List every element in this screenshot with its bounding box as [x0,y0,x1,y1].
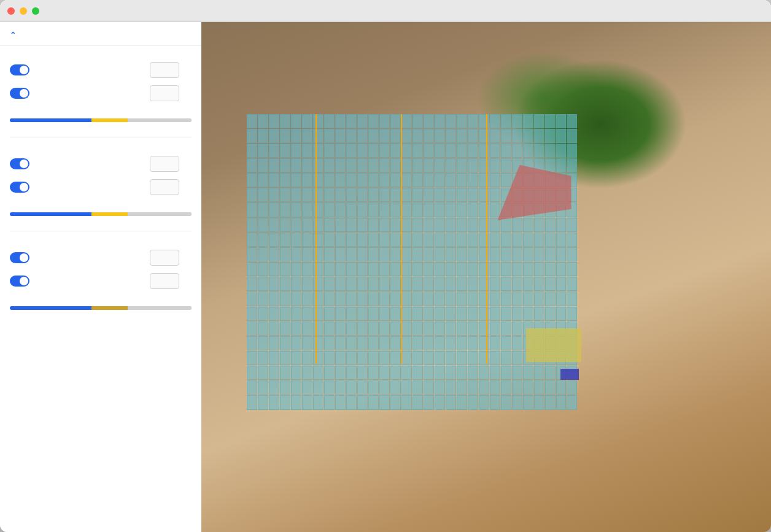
minimize-button[interactable] [20,7,27,15]
title-bar [0,0,771,22]
blue-rect-overlay [560,369,579,380]
progress-bar-ew [10,212,192,216]
sidebar: ⌃ [0,22,201,532]
segment-ew-yellow [91,212,128,216]
segment-ns-yellow [91,118,128,122]
chevron-up-icon: ⌃ [10,31,16,39]
value-box-ns-earthworks [150,85,192,101]
value-box-ns-structure [150,62,192,78]
min-label-ns [0,105,201,110]
control-row-ew-structure [0,152,201,175]
segment-terrain-blue [10,306,91,310]
input-ew-earthworks[interactable] [150,179,179,195]
input-ns-structure[interactable] [150,62,179,78]
segment-terrain-gray [128,306,192,310]
segment-terrain-gold [91,306,128,310]
section-header-topography[interactable]: ⌃ [0,22,201,46]
divider-2 [10,231,192,231]
toggle-ns-structure[interactable] [10,64,29,75]
map-area[interactable]: // Generate solar cells const overlay = … [201,22,771,532]
progress-terrain [0,298,201,322]
control-row-ew-earthworks [0,175,201,199]
orange-line-1 [316,114,317,364]
value-box-ew-earthworks [150,179,192,195]
toggle-ns-earthworks[interactable] [10,88,29,99]
control-row-ns-structure [0,58,201,82]
orange-line-2 [401,114,402,364]
input-terrain-earthworks[interactable] [150,273,179,289]
content-area: ⌃ [0,22,771,532]
progress-bar-terrain [10,306,192,310]
map-background: // Generate solar cells const overlay = … [201,22,771,532]
input-ew-structure[interactable] [150,156,179,172]
value-box-terrain-earthworks [150,273,192,289]
toggle-ew-earthworks[interactable] [10,182,29,193]
control-row-terrain-earthworks [0,269,201,293]
segment-ns-gray [128,118,192,122]
subsection-terrain [0,234,201,246]
divider-1 [10,137,192,137]
progress-ew [0,204,201,228]
progress-ns [0,110,201,134]
red-polygon-overlay [498,165,571,220]
solar-panels: // Generate solar cells const overlay = … [247,114,577,410]
control-row-undulation [0,246,201,269]
progress-bar-ns [10,118,192,122]
input-undulation[interactable] [150,250,179,266]
segment-ew-blue [10,212,91,216]
maximize-button[interactable] [32,7,39,15]
segment-ew-gray [128,212,192,216]
input-ns-earthworks[interactable] [150,85,179,101]
orange-line-3 [486,114,487,364]
subsection-north-south [0,46,201,58]
toggle-terrain-earthworks[interactable] [10,276,29,287]
value-box-undulation [150,250,192,266]
yellow-rect-overlay [526,328,581,362]
subsection-east-west [0,140,201,152]
close-button[interactable] [7,7,15,15]
value-box-ew-structure [150,156,192,172]
min-label-terrain [0,293,201,298]
toggle-undulation[interactable] [10,252,29,263]
segment-ns-blue [10,118,91,122]
toggle-ew-structure[interactable] [10,158,29,169]
min-label-ew [0,199,201,204]
app-window: ⌃ [0,0,771,532]
control-row-ns-earthworks [0,82,201,105]
